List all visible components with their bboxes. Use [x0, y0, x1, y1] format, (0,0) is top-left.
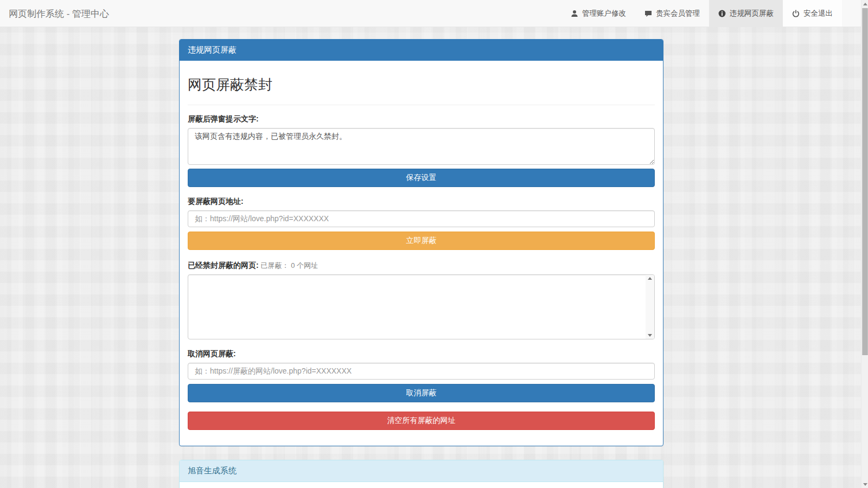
scrollbar-up-icon[interactable] [861, 0, 868, 8]
blocked-count-note: 已屏蔽： 0 个网址 [261, 261, 318, 269]
info-icon [718, 10, 726, 17]
nav-item-label: 安全退出 [803, 9, 833, 18]
block-panel-body: 网页屏蔽禁封 屏蔽后弹窗提示文字: 该网页含有违规内容，已被管理员永久禁封。 保… [180, 61, 663, 446]
blocked-list-wrap [188, 274, 655, 339]
scrollbar-thumb[interactable] [862, 8, 868, 355]
blocked-list-label: 已经禁封屏蔽的网页: [188, 261, 259, 269]
scrollbar-down-icon[interactable] [861, 480, 868, 488]
page-title: 网页屏蔽禁封 [188, 75, 655, 94]
popup-text-input[interactable]: 该网页含有违规内容，已被管理员永久禁封。 [188, 128, 655, 165]
nav-item-label: 贵宾会员管理 [656, 9, 700, 18]
scroll-down-icon[interactable] [648, 334, 652, 337]
block-panel-header: 违规网页屏蔽 [180, 40, 663, 61]
power-icon [792, 10, 800, 17]
page-scrollbar[interactable] [861, 0, 868, 488]
generator-panel: 旭音生成系统 [179, 460, 663, 488]
scroll-up-icon[interactable] [648, 277, 652, 280]
divider [188, 105, 655, 105]
nav-item-logout[interactable]: 安全退出 [783, 0, 842, 27]
clear-all-button[interactable]: 清空所有屏蔽的网址 [188, 412, 655, 430]
block-url-input[interactable] [188, 210, 655, 227]
unblock-url-label: 取消网页屏蔽: [188, 349, 655, 359]
unblock-url-input[interactable] [188, 363, 655, 380]
blocked-list-label-row: 已经禁封屏蔽的网页: 已屏蔽： 0 个网址 [188, 261, 655, 271]
nav-item-block[interactable]: 违规网页屏蔽 [709, 0, 783, 27]
blocked-list-scrollbar[interactable] [646, 275, 654, 339]
save-settings-button[interactable]: 保存设置 [188, 169, 655, 187]
nav-item-account[interactable]: 管理账户修改 [561, 0, 635, 27]
main-container: 违规网页屏蔽 网页屏蔽禁封 屏蔽后弹窗提示文字: 该网页含有违规内容，已被管理员… [179, 27, 663, 488]
nav-item-label: 管理账户修改 [582, 9, 626, 18]
app-title: 网页制作系统 - 管理中心 [0, 0, 117, 27]
navbar-menu: 管理账户修改 贵宾会员管理 违规网页屏蔽 安全退出 [561, 0, 842, 27]
generator-panel-body [180, 482, 663, 488]
unblock-button[interactable]: 取消屏蔽 [188, 384, 655, 402]
top-navbar: 网页制作系统 - 管理中心 管理账户修改 贵宾会员管理 违规网页屏蔽 [0, 0, 868, 27]
generator-panel-header: 旭音生成系统 [180, 460, 663, 482]
block-url-label: 要屏蔽网页地址: [188, 197, 655, 207]
block-now-button[interactable]: 立即屏蔽 [188, 232, 655, 250]
user-icon [571, 10, 578, 17]
nav-item-vip[interactable]: 贵宾会员管理 [635, 0, 709, 27]
block-panel: 违规网页屏蔽 网页屏蔽禁封 屏蔽后弹窗提示文字: 该网页含有违规内容，已被管理员… [179, 39, 663, 446]
popup-text-label: 屏蔽后弹窗提示文字: [188, 114, 655, 124]
nav-item-label: 违规网页屏蔽 [730, 9, 774, 18]
blocked-list-textarea[interactable] [188, 274, 655, 339]
comment-icon [644, 10, 652, 17]
